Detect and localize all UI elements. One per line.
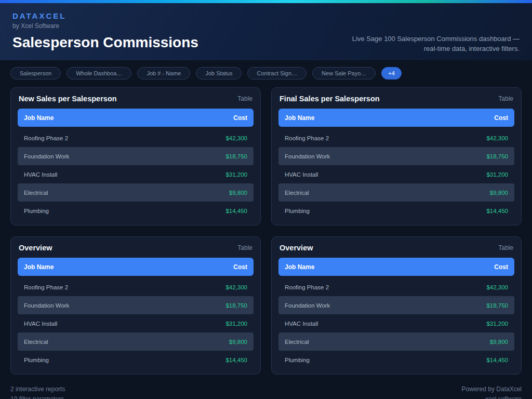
cell-cost: $42,300 xyxy=(486,135,508,141)
cell-job-name: Plumbing xyxy=(24,208,49,214)
card-header: New Sales per Salesperson Table xyxy=(18,95,254,103)
table-row[interactable]: Electrical $9,800 xyxy=(278,183,514,202)
table-row[interactable]: Foundation Work $18,750 xyxy=(18,296,254,314)
table-row[interactable]: Roofing Phase 2 $42,300 xyxy=(278,129,514,147)
report-card-new-sales: New Sales per Salesperson Table Job Name… xyxy=(10,87,261,225)
table-row[interactable]: Plumbing $14,450 xyxy=(18,202,254,220)
site-link[interactable]: xcel.software xyxy=(462,394,522,399)
table-row[interactable]: Roofing Phase 2 $42,300 xyxy=(278,278,514,296)
cell-job-name: HVAC Install xyxy=(285,171,318,178)
cell-job-name: Foundation Work xyxy=(285,153,330,159)
column-header-job-name[interactable]: Job Name xyxy=(24,114,54,122)
powered-by: Powered by DataXcel xyxy=(462,384,522,394)
cell-job-name: Roofing Phase 2 xyxy=(24,284,68,290)
table-body: Roofing Phase 2 $42,300 Foundation Work … xyxy=(278,278,514,369)
card-type-label: Table xyxy=(498,244,513,251)
table-row[interactable]: HVAC Install $31,200 xyxy=(18,165,254,183)
header-left: DATAXCEL by Xcel Software Salesperson Co… xyxy=(12,11,198,51)
cell-job-name: Plumbing xyxy=(285,208,310,214)
brand-tagline: by Xcel Software xyxy=(12,22,198,30)
table-row[interactable]: Roofing Phase 2 $42,300 xyxy=(18,278,254,296)
cell-cost: $9,800 xyxy=(229,190,247,196)
cell-cost: $42,300 xyxy=(225,135,247,141)
table-header-row: Job Name Cost xyxy=(278,109,514,127)
table-row[interactable]: Foundation Work $18,750 xyxy=(278,296,514,314)
table-row[interactable]: Electrical $9,800 xyxy=(18,183,254,202)
filter-chip-whole-dashboard[interactable]: Whole Dashboa… xyxy=(66,67,131,79)
report-card-overview-1: Overview Table Job Name Cost Roofing Pha… xyxy=(10,236,261,375)
table-row[interactable]: Foundation Work $18,750 xyxy=(278,147,514,165)
footer-credits: Powered by DataXcel xcel.software xyxy=(462,384,522,399)
cell-job-name: Roofing Phase 2 xyxy=(24,135,68,141)
cell-cost: $14,450 xyxy=(225,208,247,214)
cell-job-name: HVAC Install xyxy=(285,321,318,327)
card-type-label: Table xyxy=(498,95,513,102)
table-header-row: Job Name Cost xyxy=(278,258,514,276)
card-title: Overview xyxy=(19,244,52,252)
cell-cost: $31,200 xyxy=(486,321,508,327)
cell-job-name: Roofing Phase 2 xyxy=(285,284,329,290)
column-header-cost[interactable]: Cost xyxy=(233,114,247,122)
cell-cost: $31,200 xyxy=(486,171,508,178)
cell-job-name: HVAC Install xyxy=(24,171,57,178)
filter-chip-salesperson[interactable]: Salesperson xyxy=(10,67,61,79)
cell-cost: $42,300 xyxy=(486,284,508,290)
header-description: Live Sage 100 Salesperson Commissions da… xyxy=(338,34,520,54)
table-row[interactable]: Plumbing $14,450 xyxy=(278,202,514,220)
filter-chip-job-status[interactable]: Job Status xyxy=(196,67,242,79)
table-row[interactable]: Foundation Work $18,750 xyxy=(18,147,254,165)
filter-chip-new-sale-payout[interactable]: New Sale Payo… xyxy=(312,67,376,79)
cell-job-name: Electrical xyxy=(24,190,48,196)
cell-job-name: Electrical xyxy=(285,339,309,345)
cards-grid: New Sales per Salesperson Table Job Name… xyxy=(0,84,532,379)
table-row[interactable]: Plumbing $14,450 xyxy=(18,351,254,369)
column-header-cost[interactable]: Cost xyxy=(494,263,508,271)
table-header-row: Job Name Cost xyxy=(18,258,254,276)
card-type-label: Table xyxy=(237,95,252,102)
cell-cost: $14,450 xyxy=(225,357,247,363)
filter-chip-contract-sign[interactable]: Contract Sign… xyxy=(247,67,307,79)
filter-bar: Salesperson Whole Dashboa… Job # - Name … xyxy=(0,60,532,84)
cell-job-name: Plumbing xyxy=(24,357,49,363)
table-body: Roofing Phase 2 $42,300 Foundation Work … xyxy=(18,129,254,220)
table-row[interactable]: HVAC Install $31,200 xyxy=(278,165,514,183)
cell-job-name: Foundation Work xyxy=(24,302,69,309)
card-type-label: Table xyxy=(237,244,252,251)
cell-cost: $31,200 xyxy=(225,171,247,178)
footer-stats: 2 interactive reports 10 filter paramete… xyxy=(10,384,65,399)
cell-cost: $9,800 xyxy=(229,339,247,345)
card-title: New Sales per Salesperson xyxy=(19,95,117,103)
table-row[interactable]: HVAC Install $31,200 xyxy=(18,314,254,332)
page-footer: 2 interactive reports 10 filter paramete… xyxy=(0,379,532,399)
table-header-row: Job Name Cost xyxy=(18,109,254,127)
cell-job-name: HVAC Install xyxy=(24,321,57,327)
card-header: Overview Table xyxy=(18,244,254,252)
cell-job-name: Electrical xyxy=(24,339,48,345)
table-row[interactable]: Plumbing $14,450 xyxy=(278,351,514,369)
report-card-overview-2: Overview Table Job Name Cost Roofing Pha… xyxy=(271,236,522,375)
table-row[interactable]: HVAC Install $31,200 xyxy=(278,314,514,332)
cell-cost: $14,450 xyxy=(486,357,508,363)
cell-cost: $31,200 xyxy=(225,321,247,327)
column-header-job-name[interactable]: Job Name xyxy=(285,114,314,122)
column-header-job-name[interactable]: Job Name xyxy=(24,263,54,271)
page-title: Salesperson Commissions xyxy=(12,34,198,51)
cell-job-name: Plumbing xyxy=(285,357,310,363)
table-row[interactable]: Electrical $9,800 xyxy=(18,332,254,351)
column-header-cost[interactable]: Cost xyxy=(233,263,247,271)
card-title: Final Sales per Salesperson xyxy=(280,95,380,103)
filter-more-badge[interactable]: +4 xyxy=(381,67,402,79)
cell-cost: $9,800 xyxy=(490,190,508,196)
card-header: Overview Table xyxy=(278,244,514,252)
cell-cost: $14,450 xyxy=(486,208,508,214)
cell-cost: $9,800 xyxy=(490,339,508,345)
table-row[interactable]: Roofing Phase 2 $42,300 xyxy=(18,129,254,147)
column-header-cost[interactable]: Cost xyxy=(494,114,508,122)
table-body: Roofing Phase 2 $42,300 Foundation Work … xyxy=(278,129,514,220)
card-header: Final Sales per Salesperson Table xyxy=(278,95,514,103)
cell-cost: $18,750 xyxy=(486,153,508,159)
column-header-job-name[interactable]: Job Name xyxy=(285,263,314,271)
table-row[interactable]: Electrical $9,800 xyxy=(278,332,514,351)
cell-job-name: Foundation Work xyxy=(285,302,330,309)
filter-chip-job-name[interactable]: Job # - Name xyxy=(137,67,190,79)
